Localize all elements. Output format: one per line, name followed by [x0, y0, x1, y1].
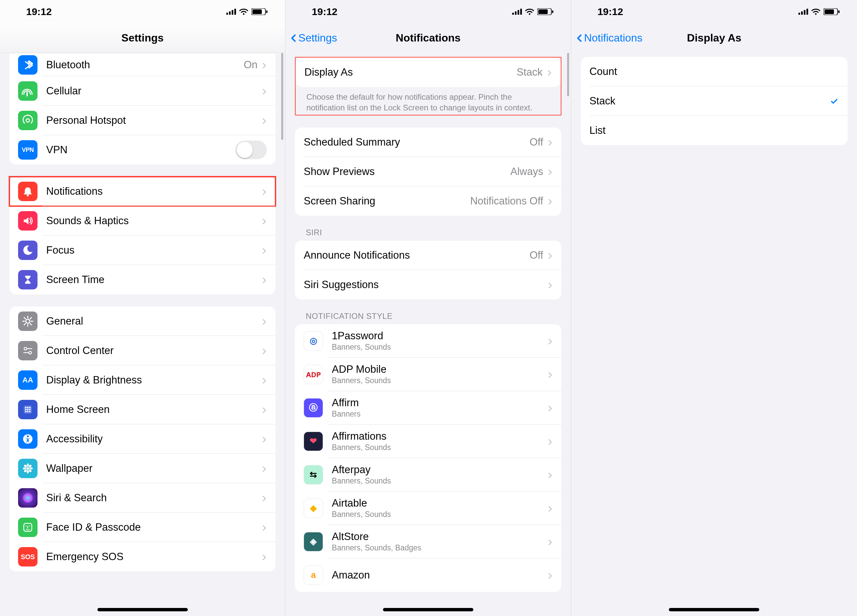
chevron-right-icon: [262, 115, 267, 126]
navbar: Settings: [0, 23, 285, 53]
display-as-footer: Choose the default for how notifications…: [295, 87, 560, 113]
siri-icon: [18, 488, 37, 508]
row-show-previews[interactable]: Show Previews Always: [295, 157, 561, 186]
display-as-content[interactable]: CountStackList: [571, 53, 857, 616]
app-icon: ⇆: [304, 465, 323, 485]
row-bluetooth[interactable]: Bluetooth On: [9, 53, 275, 76]
settings-screen: 19:12 Settings Bluetooth On Cellular: [0, 0, 286, 616]
app-row[interactable]: aAmazon: [295, 559, 561, 592]
status-bar: 19:12: [571, 0, 857, 23]
row-cellular[interactable]: Cellular: [9, 76, 275, 106]
home-indicator[interactable]: [669, 608, 759, 611]
chevron-right-icon: [262, 463, 267, 474]
row-control-center[interactable]: Control Center: [9, 336, 275, 365]
chevron-right-icon: [548, 250, 553, 261]
page-title: Notifications: [396, 32, 461, 44]
wifi-icon: [812, 8, 820, 15]
scrollbar[interactable]: [567, 53, 569, 96]
chevron-right-icon: [548, 136, 553, 148]
home-indicator[interactable]: [383, 608, 473, 611]
chevron-right-icon: [548, 402, 553, 414]
app-icon: ⓐ: [304, 398, 323, 418]
battery-icon: [251, 8, 268, 15]
row-display-brightness[interactable]: AA Display & Brightness: [9, 365, 275, 395]
app-row[interactable]: ᴀᴅᴘADP MobileBanners, Sounds: [295, 358, 561, 391]
app-icon: ᴀᴅᴘ: [304, 365, 323, 384]
row-value: Notifications Off: [470, 195, 543, 207]
app-row[interactable]: ◈AltStoreBanners, Sounds, Badges: [295, 525, 561, 559]
row-announce-notifications[interactable]: Announce Notifications Off: [295, 241, 561, 270]
vpn-toggle[interactable]: [235, 140, 267, 159]
section-general: General Control Center AA Display & Brig…: [9, 307, 275, 571]
chevron-right-icon: [262, 492, 267, 503]
speaker-icon: [18, 211, 37, 230]
row-wallpaper[interactable]: Wallpaper: [9, 454, 275, 483]
row-label: Bluetooth: [46, 59, 238, 71]
row-faceid-passcode[interactable]: Face ID & Passcode: [9, 513, 275, 542]
row-screen-time[interactable]: Screen Time: [9, 265, 275, 295]
notifications-content[interactable]: Display As Stack Choose the default for …: [286, 53, 571, 616]
moon-icon: [18, 241, 37, 260]
app-row[interactable]: ⓐAffirmBanners: [295, 391, 561, 425]
row-label: Wallpaper: [46, 462, 257, 474]
back-button[interactable]: Notifications: [576, 23, 642, 52]
row-notifications[interactable]: Notifications: [9, 177, 275, 206]
scrollbar[interactable]: [281, 53, 283, 140]
row-sounds-haptics[interactable]: Sounds & Haptics: [9, 206, 275, 236]
back-button[interactable]: Settings: [290, 23, 337, 52]
row-label: Siri & Search: [46, 492, 257, 504]
row-accessibility[interactable]: Accessibility: [9, 424, 275, 454]
option-row[interactable]: Stack: [581, 86, 848, 116]
app-row[interactable]: ❤AffirmationsBanners, Sounds: [295, 425, 561, 458]
app-icon: ◈: [304, 532, 323, 551]
app-row[interactable]: ◆AirtableBanners, Sounds: [295, 491, 561, 525]
option-row[interactable]: Count: [581, 57, 848, 86]
app-detail: Banners, Sounds: [332, 477, 543, 485]
home-indicator[interactable]: [97, 608, 188, 611]
wifi-icon: [525, 8, 534, 15]
option-row[interactable]: List: [581, 116, 848, 145]
row-label: VPN: [46, 144, 235, 156]
row-label: Face ID & Passcode: [46, 521, 257, 533]
row-screen-sharing[interactable]: Screen Sharing Notifications Off: [295, 186, 561, 216]
bluetooth-icon: [18, 55, 37, 75]
row-label: Display As: [304, 66, 511, 78]
navbar: Settings Notifications: [286, 23, 571, 53]
bell-icon: [18, 182, 37, 201]
vpn-icon: VPN: [18, 140, 37, 160]
app-row[interactable]: ◎1PasswordBanners, Sounds: [295, 324, 561, 358]
back-label: Notifications: [584, 32, 642, 44]
row-siri-suggestions[interactable]: Siri Suggestions: [295, 270, 561, 300]
row-general[interactable]: General: [9, 307, 275, 336]
battery-icon: [537, 8, 554, 15]
row-label: Personal Hotspot: [46, 114, 257, 127]
row-emergency-sos[interactable]: SOS Emergency SOS: [9, 542, 275, 571]
row-home-screen[interactable]: Home Screen: [9, 395, 275, 424]
hotspot-icon: [18, 111, 37, 130]
highlight-display-as: Display As Stack Choose the default for …: [295, 57, 561, 116]
app-name: ADP Mobile: [332, 363, 543, 375]
row-value: Off: [530, 136, 543, 148]
row-vpn[interactable]: VPN VPN: [9, 135, 275, 165]
chevron-right-icon: [262, 59, 267, 71]
chevron-right-icon: [548, 66, 552, 78]
section-attention: Notifications Sounds & Haptics Focus Scr…: [9, 177, 275, 295]
chevron-right-icon: [262, 522, 267, 533]
signal-icon: [798, 9, 808, 15]
row-personal-hotspot[interactable]: Personal Hotspot: [9, 106, 275, 135]
row-focus[interactable]: Focus: [9, 236, 275, 265]
settings-content[interactable]: Bluetooth On Cellular Personal Hotspot V…: [0, 53, 285, 616]
row-scheduled-summary[interactable]: Scheduled Summary Off: [295, 128, 561, 157]
row-label: Show Previews: [304, 166, 505, 178]
row-display-as[interactable]: Display As Stack: [295, 57, 560, 87]
aa-icon: AA: [18, 371, 37, 390]
row-label: Emergency SOS: [46, 551, 257, 563]
row-siri-search[interactable]: Siri & Search: [9, 483, 275, 513]
row-value: Always: [510, 166, 543, 178]
app-row[interactable]: ⇆AfterpayBanners, Sounds: [295, 458, 561, 491]
page-title: Display As: [687, 32, 741, 44]
chevron-right-icon: [262, 315, 267, 327]
app-name: Affirmations: [332, 430, 543, 442]
row-label: Sounds & Haptics: [46, 215, 257, 227]
chevron-right-icon: [262, 85, 267, 97]
